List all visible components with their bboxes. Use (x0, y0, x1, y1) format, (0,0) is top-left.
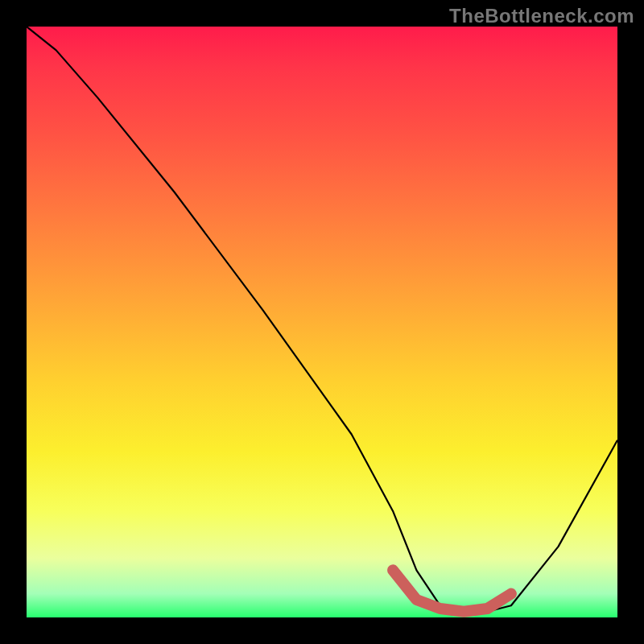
chart-frame: TheBottleneck.com (0, 0, 644, 644)
low-bottleneck-highlight (393, 570, 511, 611)
curve-overlay (27, 27, 617, 617)
watermark-text: TheBottleneck.com (449, 5, 634, 27)
plot-area (27, 27, 617, 617)
bottleneck-curve-path (27, 27, 617, 612)
